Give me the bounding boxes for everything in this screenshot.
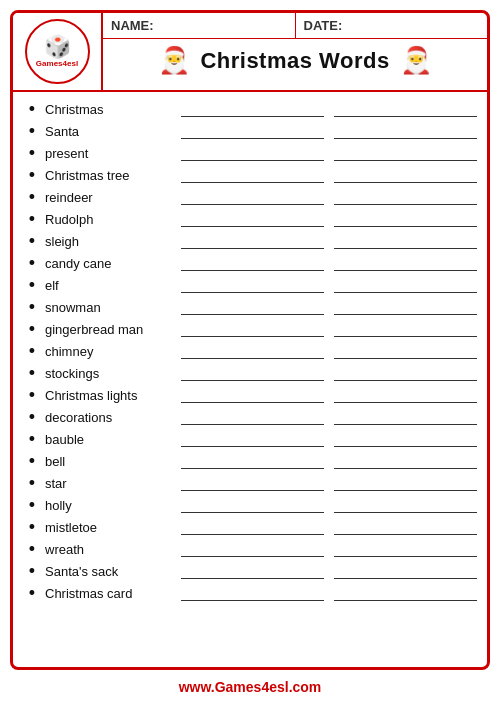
write-line-2 (334, 211, 477, 227)
logo-text: Games4esl (36, 59, 78, 68)
write-line-1 (181, 167, 324, 183)
bullet-icon: • (23, 298, 41, 316)
bullet-icon: • (23, 320, 41, 338)
bullet-icon: • (23, 364, 41, 382)
logo-icon: 🎲 (44, 36, 71, 58)
write-line-1 (181, 189, 324, 205)
bullet-icon: • (23, 100, 41, 118)
list-item: •Christmas lights (23, 384, 477, 406)
list-item: •Santa's sack (23, 560, 477, 582)
list-item: •holly (23, 494, 477, 516)
write-lines (181, 585, 477, 601)
write-line-2 (334, 453, 477, 469)
list-item: •wreath (23, 538, 477, 560)
word-label: Christmas (41, 102, 181, 117)
page-title: Christmas Words (200, 48, 389, 74)
write-lines (181, 453, 477, 469)
list-item: •Santa (23, 120, 477, 142)
write-line-1 (181, 541, 324, 557)
write-line-2 (334, 387, 477, 403)
write-line-2 (334, 189, 477, 205)
write-line-2 (334, 497, 477, 513)
write-line-2 (334, 101, 477, 117)
list-item: •Christmas (23, 98, 477, 120)
word-label: snowman (41, 300, 181, 315)
main-card: 🎲 Games4esl NAME: DATE: 🎅 Christmas Word… (10, 10, 490, 670)
list-item: •present (23, 142, 477, 164)
write-line-1 (181, 519, 324, 535)
write-lines (181, 387, 477, 403)
name-label: NAME: (103, 13, 296, 38)
write-line-1 (181, 585, 324, 601)
word-label: decorations (41, 410, 181, 425)
write-lines (181, 475, 477, 491)
footer-text: www.Games4esl.com (179, 679, 322, 695)
bullet-icon: • (23, 276, 41, 294)
write-line-2 (334, 123, 477, 139)
bullet-icon: • (23, 430, 41, 448)
list-item: •chimney (23, 340, 477, 362)
bullet-icon: • (23, 254, 41, 272)
footer: www.Games4esl.com (179, 676, 322, 697)
write-lines (181, 189, 477, 205)
write-line-2 (334, 299, 477, 315)
word-label: bell (41, 454, 181, 469)
write-line-1 (181, 453, 324, 469)
write-line-1 (181, 123, 324, 139)
write-line-2 (334, 277, 477, 293)
write-line-1 (181, 431, 324, 447)
write-line-2 (334, 431, 477, 447)
word-label: Santa's sack (41, 564, 181, 579)
word-label: bauble (41, 432, 181, 447)
header: 🎲 Games4esl NAME: DATE: 🎅 Christmas Word… (13, 13, 487, 92)
word-label: wreath (41, 542, 181, 557)
bullet-icon: • (23, 122, 41, 140)
write-line-2 (334, 233, 477, 249)
write-line-1 (181, 475, 324, 491)
write-lines (181, 277, 477, 293)
write-line-1 (181, 145, 324, 161)
list-item: •Rudolph (23, 208, 477, 230)
write-line-2 (334, 409, 477, 425)
write-line-2 (334, 475, 477, 491)
bullet-icon: • (23, 408, 41, 426)
write-lines (181, 299, 477, 315)
write-lines (181, 255, 477, 271)
list-item: •Christmas card (23, 582, 477, 604)
write-lines (181, 365, 477, 381)
bullet-icon: • (23, 210, 41, 228)
write-lines (181, 233, 477, 249)
list-item: •bell (23, 450, 477, 472)
bullet-icon: • (23, 474, 41, 492)
santa-right-icon: 🎅 (400, 45, 432, 76)
word-label: Christmas lights (41, 388, 181, 403)
write-line-1 (181, 409, 324, 425)
write-line-2 (334, 585, 477, 601)
word-label: sleigh (41, 234, 181, 249)
write-line-1 (181, 277, 324, 293)
word-label: holly (41, 498, 181, 513)
write-lines (181, 211, 477, 227)
word-label: reindeer (41, 190, 181, 205)
word-label: present (41, 146, 181, 161)
write-lines (181, 409, 477, 425)
list-item: •bauble (23, 428, 477, 450)
write-line-2 (334, 145, 477, 161)
write-line-2 (334, 541, 477, 557)
write-line-1 (181, 299, 324, 315)
write-line-2 (334, 563, 477, 579)
logo: 🎲 Games4esl (25, 19, 90, 84)
write-lines (181, 167, 477, 183)
write-line-1 (181, 321, 324, 337)
list-item: •star (23, 472, 477, 494)
bullet-icon: • (23, 144, 41, 162)
write-line-2 (334, 255, 477, 271)
bullet-icon: • (23, 562, 41, 580)
list-item: •elf (23, 274, 477, 296)
date-label: DATE: (296, 13, 488, 38)
write-lines (181, 497, 477, 513)
bullet-icon: • (23, 386, 41, 404)
bullet-icon: • (23, 452, 41, 470)
list-item: •Christmas tree (23, 164, 477, 186)
bullet-icon: • (23, 496, 41, 514)
